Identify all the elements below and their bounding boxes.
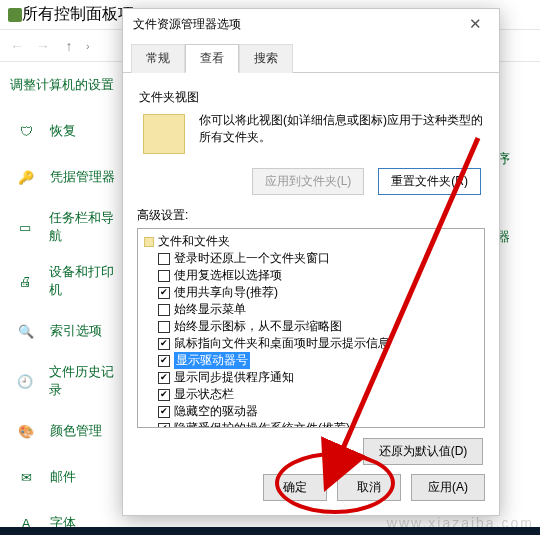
tabs: 常规 查看 搜索 bbox=[123, 43, 499, 73]
tree-label: 文件和文件夹 bbox=[158, 233, 230, 250]
tree-folder[interactable]: 文件和文件夹 bbox=[144, 233, 478, 250]
reset-folders-button[interactable]: 重置文件夹(R) bbox=[378, 168, 481, 195]
index-icon: 🔍 bbox=[12, 317, 40, 345]
tree-label: 鼠标指向文件夹和桌面项时显示提示信息 bbox=[174, 335, 390, 352]
tree-label: 使用共享向导(推荐) bbox=[174, 284, 278, 301]
tree-checkbox-item[interactable]: 登录时还原上一个文件夹窗口 bbox=[158, 250, 478, 267]
apply-to-folders-button[interactable]: 应用到文件夹(L) bbox=[252, 168, 365, 195]
taskbar-edge bbox=[0, 527, 540, 535]
tree-label: 使用复选框以选择项 bbox=[174, 267, 282, 284]
cp-item[interactable]: ✉邮件 bbox=[0, 454, 135, 500]
tree-label: 显示状态栏 bbox=[174, 386, 234, 403]
cp-item-label: 设备和打印机 bbox=[49, 263, 123, 299]
checkbox[interactable] bbox=[158, 423, 170, 429]
forward-button[interactable]: → bbox=[32, 35, 54, 57]
up-button[interactable]: ↑ bbox=[58, 35, 80, 57]
checkbox[interactable] bbox=[158, 304, 170, 316]
cp-item[interactable]: 🎨颜色管理 bbox=[0, 408, 135, 454]
folder-view-text: 你可以将此视图(如详细信息或图标)应用于这种类型的所有文件夹。 bbox=[199, 112, 483, 156]
dialog-body: 文件夹视图 你可以将此视图(如详细信息或图标)应用于这种类型的所有文件夹。 应用… bbox=[123, 73, 499, 485]
checkbox[interactable] bbox=[158, 389, 170, 401]
cp-item-label: 邮件 bbox=[50, 468, 76, 486]
folder-icon bbox=[143, 114, 185, 154]
checkbox[interactable] bbox=[158, 253, 170, 265]
dialog-title: 文件资源管理器选项 bbox=[133, 16, 241, 33]
checkbox[interactable] bbox=[158, 270, 170, 282]
tab-general[interactable]: 常规 bbox=[131, 44, 185, 73]
tab-search[interactable]: 搜索 bbox=[239, 44, 293, 73]
checkbox[interactable] bbox=[158, 321, 170, 333]
cp-item-label: 颜色管理 bbox=[50, 422, 102, 440]
cp-item[interactable]: 🛡恢复 bbox=[0, 108, 135, 154]
tree-label: 始终显示图标，从不显示缩略图 bbox=[174, 318, 342, 335]
tree-label: 显示驱动器号 bbox=[174, 352, 250, 369]
cp-item[interactable]: ▭任务栏和导航 bbox=[0, 200, 135, 254]
tree-checkbox-item[interactable]: 隐藏空的驱动器 bbox=[158, 403, 478, 420]
advanced-label: 高级设置: bbox=[137, 207, 485, 224]
tree-checkbox-item[interactable]: 始终显示菜单 bbox=[158, 301, 478, 318]
folder-icon bbox=[144, 237, 154, 247]
tree-checkbox-item[interactable]: 显示驱动器号 bbox=[158, 352, 478, 369]
folder-options-dialog: 文件资源管理器选项 ✕ 常规 查看 搜索 文件夹视图 你可以将此视图(如详细信息… bbox=[122, 8, 500, 516]
advanced-tree[interactable]: 文件和文件夹登录时还原上一个文件夹窗口使用复选框以选择项使用共享向导(推荐)始终… bbox=[137, 228, 485, 428]
cp-item-label: 文件历史记录 bbox=[49, 363, 123, 399]
tree-checkbox-item[interactable]: 始终显示图标，从不显示缩略图 bbox=[158, 318, 478, 335]
history-icon: 🕘 bbox=[12, 367, 39, 395]
cp-item[interactable]: 🖨设备和打印机 bbox=[0, 254, 135, 308]
tree-label: 隐藏受保护的操作系统文件(推荐) bbox=[174, 420, 350, 428]
cp-item[interactable]: 🕘文件历史记录 bbox=[0, 354, 135, 408]
cp-item-label: 凭据管理器 bbox=[50, 168, 115, 186]
checkbox[interactable] bbox=[158, 406, 170, 418]
taskbar-icon: ▭ bbox=[12, 213, 39, 241]
tree-label: 登录时还原上一个文件夹窗口 bbox=[174, 250, 330, 267]
mail-icon: ✉ bbox=[12, 463, 40, 491]
cp-sidebar: 调整计算机的设置 🛡恢复🔑凭据管理器▭任务栏和导航🖨设备和打印机🔍索引选项🕘文件… bbox=[0, 68, 135, 535]
restore-defaults-button[interactable]: 还原为默认值(D) bbox=[363, 438, 483, 465]
tree-label: 始终显示菜单 bbox=[174, 301, 246, 318]
tree-checkbox-item[interactable]: 显示状态栏 bbox=[158, 386, 478, 403]
tree-checkbox-item[interactable]: 鼠标指向文件夹和桌面项时显示提示信息 bbox=[158, 335, 478, 352]
folder-view-label: 文件夹视图 bbox=[139, 89, 483, 106]
cp-item-label: 任务栏和导航 bbox=[49, 209, 123, 245]
tree-label: 隐藏空的驱动器 bbox=[174, 403, 258, 420]
tree-checkbox-item[interactable]: 显示同步提供程序通知 bbox=[158, 369, 478, 386]
tree-checkbox-item[interactable]: 使用共享向导(推荐) bbox=[158, 284, 478, 301]
tree-label: 显示同步提供程序通知 bbox=[174, 369, 294, 386]
control-panel-icon bbox=[8, 8, 22, 22]
cp-heading: 调整计算机的设置 bbox=[0, 68, 135, 108]
cred-icon: 🔑 bbox=[12, 163, 40, 191]
checkbox[interactable] bbox=[158, 355, 170, 367]
folder-view-group: 文件夹视图 你可以将此视图(如详细信息或图标)应用于这种类型的所有文件夹。 应用… bbox=[139, 89, 483, 195]
checkbox[interactable] bbox=[158, 287, 170, 299]
cp-title: 所有控制面板项 bbox=[22, 4, 134, 25]
chevron-right-icon: › bbox=[86, 40, 90, 52]
devices-icon: 🖨 bbox=[12, 267, 39, 295]
checkbox[interactable] bbox=[158, 372, 170, 384]
color-icon: 🎨 bbox=[12, 417, 40, 445]
tree-checkbox-item[interactable]: 隐藏受保护的操作系统文件(推荐) bbox=[158, 420, 478, 428]
tab-view[interactable]: 查看 bbox=[185, 44, 239, 73]
cp-item[interactable]: 🔑凭据管理器 bbox=[0, 154, 135, 200]
apply-button[interactable]: 应用(A) bbox=[411, 474, 485, 501]
tree-checkbox-item[interactable]: 使用复选框以选择项 bbox=[158, 267, 478, 284]
ok-button[interactable]: 确定 bbox=[263, 474, 327, 501]
back-button[interactable]: ← bbox=[6, 35, 28, 57]
checkbox[interactable] bbox=[158, 338, 170, 350]
close-icon[interactable]: ✕ bbox=[461, 13, 489, 35]
cp-item-label: 恢复 bbox=[50, 122, 76, 140]
dialog-titlebar: 文件资源管理器选项 ✕ bbox=[123, 9, 499, 39]
cp-item-label: 索引选项 bbox=[50, 322, 102, 340]
dialog-footer: 确定 取消 应用(A) bbox=[123, 474, 499, 501]
cp-item[interactable]: 🔍索引选项 bbox=[0, 308, 135, 354]
cancel-button[interactable]: 取消 bbox=[337, 474, 401, 501]
recovery-icon: 🛡 bbox=[12, 117, 40, 145]
